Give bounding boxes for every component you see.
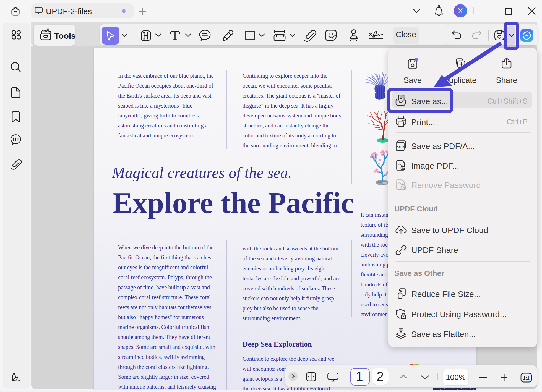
- svg-text:1:1: 1:1: [523, 376, 529, 380]
- svg-text:PDF/A: PDF/A: [396, 145, 405, 148]
